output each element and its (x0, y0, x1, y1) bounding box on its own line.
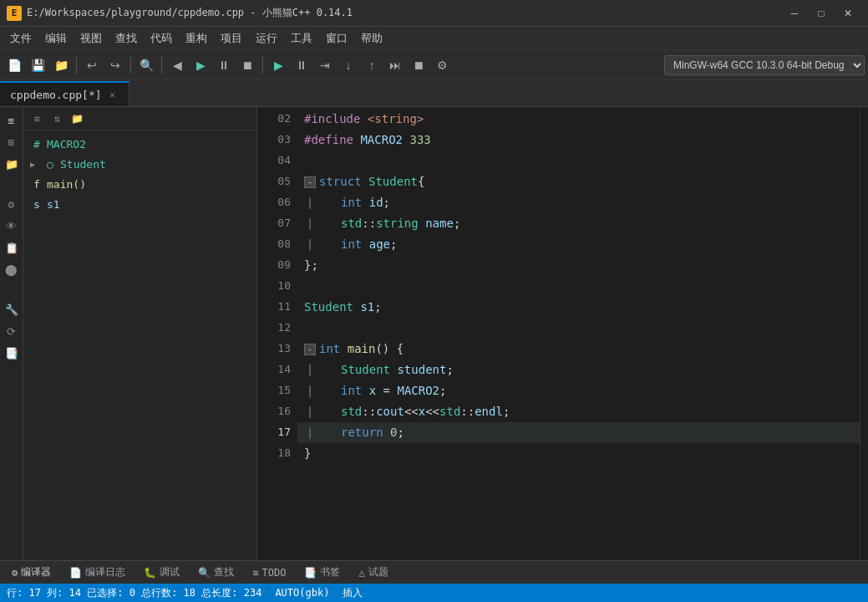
step-out-button[interactable]: ↑ (361, 54, 383, 76)
macro-icon: # (30, 138, 43, 150)
stop-debug-button[interactable]: ⏹ (408, 54, 429, 76)
bottom-tab-find[interactable]: 🔍 查找 (190, 563, 242, 583)
var-icon: s (30, 198, 43, 211)
code-content[interactable]: #include <string> #define MACRO2 333 -st… (297, 107, 860, 560)
line-num-08: 08 (264, 234, 291, 255)
editor-area: 02 03 04 05 06 07 08 09 10 11 12 13 14 1… (257, 107, 868, 560)
panel-filter-button[interactable]: ⇅ (48, 110, 65, 127)
window-controls: ─ □ ✕ (781, 2, 861, 25)
menu-item-帮助[interactable]: 帮助 (354, 29, 389, 48)
editor-tab-cppdemo[interactable]: cppdemo.cpp[*] ✕ (0, 81, 129, 106)
settings-button[interactable]: ⚙ (431, 54, 453, 76)
redo-button[interactable]: ↪ (104, 54, 126, 76)
save-button[interactable]: 💾 (27, 54, 48, 76)
undo-button[interactable]: ↩ (81, 54, 103, 76)
pause-button[interactable]: ⏸ (213, 54, 235, 76)
maximize-button[interactable]: □ (808, 2, 835, 25)
bottom-tab-problem[interactable]: △ 试题 (350, 563, 396, 583)
find-tab-label: 查找 (214, 565, 234, 579)
struct-icon: ○ (43, 158, 57, 171)
menu-item-文件[interactable]: 文件 (3, 29, 38, 48)
minimize-button[interactable]: ─ (781, 2, 808, 25)
debug-pause-button[interactable]: ⏸ (291, 54, 312, 76)
new-file-button[interactable]: 📄 (3, 54, 25, 76)
bottom-tab-compiler[interactable]: ⚙ 编译器 (3, 563, 59, 583)
step-in-button[interactable]: ↓ (338, 54, 359, 76)
menu-item-项目[interactable]: 项目 (214, 29, 249, 48)
toolbar-sep-4 (262, 57, 263, 74)
sidebar-icon-stack[interactable]: 📋 (2, 237, 22, 258)
sidebar-icon-tools[interactable]: 🔧 (2, 299, 22, 319)
line-num-14: 14 (264, 360, 291, 380)
toolbar-sep-1 (76, 57, 77, 74)
sidebar-icon-debug[interactable]: ⚙ (2, 194, 22, 214)
fold-struct[interactable]: - (304, 176, 316, 188)
fold-main[interactable]: - (304, 344, 316, 355)
line-num-18: 18 (264, 443, 291, 464)
tree-item-s1[interactable]: s s1 (23, 194, 256, 214)
app-icon: E (7, 6, 22, 21)
sidebar-icon-history[interactable]: ⟳ (2, 321, 22, 341)
menu-item-运行[interactable]: 运行 (249, 29, 284, 48)
find-button[interactable]: 🔍 (135, 54, 157, 76)
panel-expand-button[interactable]: 📁 (69, 110, 85, 127)
line-num-13: 13 (264, 339, 291, 360)
tree-item-student[interactable]: ▶ ○ Student (23, 154, 256, 174)
code-line-12 (297, 318, 860, 339)
bottom-tab-compile-log[interactable]: 📄 编译日志 (61, 563, 134, 583)
todo-tab-label: TODO (261, 567, 286, 579)
problem-tab-label: 试题 (368, 565, 388, 579)
compiler-tab-icon: ⚙ (12, 567, 18, 579)
compile-log-label: 编译日志 (85, 565, 125, 579)
bottom-tab-todo[interactable]: ≡ TODO (244, 563, 294, 583)
tree-item-main[interactable]: f main() (23, 174, 256, 194)
menu-item-工具[interactable]: 工具 (284, 29, 319, 48)
sidebar-icon-watch[interactable]: 👁 (2, 216, 22, 236)
open-button[interactable]: 📁 (50, 54, 72, 76)
status-position: 行: 17 列: 14 已选择: 0 总行数: 18 总长度: 234 (7, 586, 261, 600)
menu-item-视图[interactable]: 视图 (74, 29, 109, 48)
line-num-05: 05 (264, 171, 291, 192)
code-line-17: return 0; (297, 422, 860, 443)
compile-log-icon: 📄 (69, 567, 82, 579)
line-num-09: 09 (264, 255, 291, 276)
close-button[interactable]: ✕ (835, 2, 861, 25)
left-panel: ≡ ⇅ 📁 # MACRO2 ▶ ○ Student f main() (23, 107, 257, 560)
menu-item-编辑[interactable]: 编辑 (38, 29, 74, 48)
var-label: s1 (47, 198, 60, 211)
code-line-03: #define MACRO2 333 (297, 130, 860, 150)
tab-close-button[interactable]: ✕ (107, 89, 119, 100)
menu-item-查找[interactable]: 查找 (109, 29, 144, 48)
sidebar-icon-classes[interactable]: ⊞ (2, 132, 22, 152)
sidebar-icon-breakpoint[interactable]: ⬤ (2, 259, 22, 279)
debug-tab-label: 调试 (160, 565, 180, 579)
line-num-15: 15 (264, 380, 291, 401)
func-icon: f (30, 178, 43, 191)
menu-item-重构[interactable]: 重构 (179, 29, 214, 48)
compile-prev-button[interactable]: ◀ (166, 54, 188, 76)
struct-label: Student (60, 158, 106, 171)
toolbar-sep-2 (130, 57, 131, 74)
menu-item-窗口[interactable]: 窗口 (319, 29, 354, 48)
code-line-16: std::cout<<x<<std::endl; (297, 401, 860, 422)
debug-button[interactable]: ▶ (267, 54, 289, 76)
line-num-16: 16 (264, 401, 291, 422)
tree-item-macro2[interactable]: # MACRO2 (23, 134, 256, 154)
window-title: E:/Workspaces/playground/cppdemo.cpp - 小… (27, 6, 781, 20)
menu-item-代码[interactable]: 代码 (144, 29, 179, 48)
step-over-button[interactable]: ⇥ (314, 54, 336, 76)
continue-button[interactable]: ⏭ (384, 54, 406, 76)
sidebar-icon-bookmark[interactable]: 📑 (2, 343, 22, 363)
code-editor[interactable]: 02 03 04 05 06 07 08 09 10 11 12 13 14 1… (257, 107, 868, 560)
sidebar-icon-files[interactable]: 📁 (2, 154, 22, 174)
status-encoding: AUTO(gbk) (275, 587, 329, 599)
editor-scrollbar[interactable] (860, 107, 868, 560)
sidebar-icon-outline[interactable]: ≡ (2, 110, 22, 130)
compiler-select[interactable]: MinGW-w64 GCC 10.3.0 64-bit Debug (664, 55, 865, 75)
code-line-07: std::string name; (297, 213, 860, 234)
panel-sort-button[interactable]: ≡ (28, 110, 45, 127)
bottom-tab-debug[interactable]: 🐛 调试 (135, 563, 188, 583)
run-button[interactable]: ▶ (190, 54, 211, 76)
bottom-tab-bookmark[interactable]: 📑 书签 (296, 563, 348, 583)
stop-button[interactable]: ⏹ (236, 54, 258, 76)
